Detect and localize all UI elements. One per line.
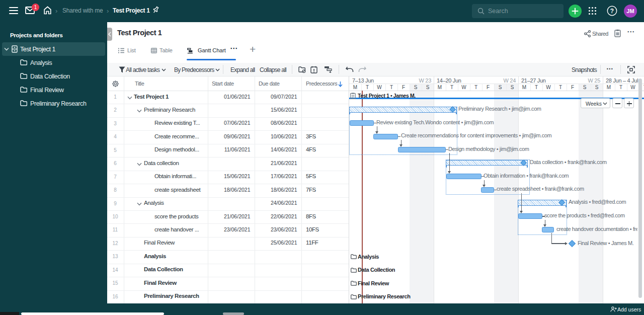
svg-text:?: ? xyxy=(610,8,614,15)
